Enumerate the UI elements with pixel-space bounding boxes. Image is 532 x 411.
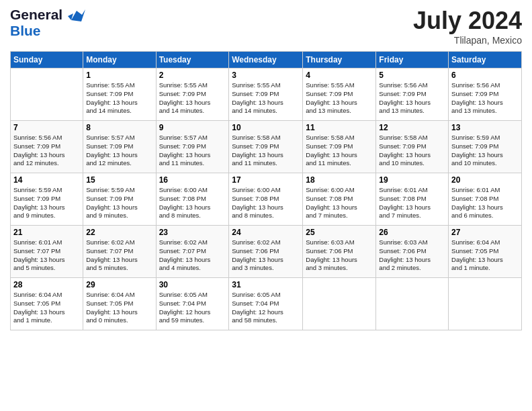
- day-info: Sunrise: 6:01 AMSunset: 7:07 PMDaylight:…: [13, 238, 80, 273]
- calendar-cell: 8Sunrise: 5:57 AMSunset: 7:09 PMDaylight…: [83, 121, 156, 173]
- day-header-monday: Monday: [83, 52, 156, 68]
- calendar-cell: [303, 278, 376, 330]
- week-row-3: 14Sunrise: 5:59 AMSunset: 7:09 PMDayligh…: [11, 173, 522, 226]
- calendar-cell: 29Sunrise: 6:04 AMSunset: 7:05 PMDayligh…: [83, 278, 156, 330]
- day-number: 19: [379, 175, 445, 185]
- calendar-cell: 20Sunrise: 6:01 AMSunset: 7:08 PMDayligh…: [449, 173, 522, 226]
- day-number: 4: [306, 71, 373, 80]
- logo-text-block: General Blue: [10, 7, 85, 39]
- day-number: 15: [86, 175, 152, 185]
- day-info: Sunrise: 6:01 AMSunset: 7:08 PMDaylight:…: [451, 186, 519, 220]
- day-number: 5: [379, 71, 445, 80]
- calendar-cell: 5Sunrise: 5:56 AMSunset: 7:09 PMDaylight…: [376, 68, 449, 121]
- calendar-cell: 10Sunrise: 5:58 AMSunset: 7:09 PMDayligh…: [229, 121, 303, 173]
- day-info: Sunrise: 5:59 AMSunset: 7:09 PMDaylight:…: [13, 186, 80, 220]
- day-number: 29: [86, 280, 152, 289]
- day-info: Sunrise: 5:56 AMSunset: 7:09 PMDaylight:…: [451, 81, 519, 116]
- day-number: 20: [451, 175, 519, 185]
- calendar-cell: [376, 278, 449, 330]
- day-number: 31: [232, 280, 300, 289]
- calendar-cell: [11, 68, 83, 121]
- day-header-tuesday: Tuesday: [156, 52, 229, 68]
- day-info: Sunrise: 5:55 AMSunset: 7:09 PMDaylight:…: [86, 81, 152, 116]
- day-number: 7: [13, 123, 80, 132]
- day-info: Sunrise: 5:55 AMSunset: 7:09 PMDaylight:…: [159, 81, 226, 116]
- day-number: 14: [13, 175, 80, 185]
- calendar-cell: 1Sunrise: 5:55 AMSunset: 7:09 PMDaylight…: [83, 68, 156, 121]
- day-info: Sunrise: 5:56 AMSunset: 7:09 PMDaylight:…: [379, 81, 445, 116]
- calendar-cell: 15Sunrise: 5:59 AMSunset: 7:09 PMDayligh…: [83, 173, 156, 226]
- calendar-cell: 17Sunrise: 6:00 AMSunset: 7:08 PMDayligh…: [229, 173, 303, 226]
- logo-label: General: [10, 7, 85, 23]
- day-number: 16: [159, 175, 226, 185]
- day-number: 17: [232, 175, 300, 185]
- day-info: Sunrise: 6:02 AMSunset: 7:07 PMDaylight:…: [86, 238, 152, 273]
- calendar-cell: 30Sunrise: 6:05 AMSunset: 7:04 PMDayligh…: [156, 278, 229, 330]
- calendar-cell: [449, 278, 522, 330]
- day-info: Sunrise: 6:04 AMSunset: 7:05 PMDaylight:…: [86, 291, 152, 325]
- day-header-thursday: Thursday: [303, 52, 376, 68]
- calendar-cell: 23Sunrise: 6:02 AMSunset: 7:07 PMDayligh…: [156, 226, 229, 278]
- calendar-cell: 2Sunrise: 5:55 AMSunset: 7:09 PMDaylight…: [156, 68, 229, 121]
- day-number: 24: [232, 228, 300, 237]
- day-number: 3: [232, 71, 300, 80]
- location: Tlilapan, Mexico: [413, 35, 522, 46]
- calendar-cell: 9Sunrise: 5:57 AMSunset: 7:09 PMDaylight…: [156, 121, 229, 173]
- day-info: Sunrise: 5:58 AMSunset: 7:09 PMDaylight:…: [306, 134, 373, 168]
- calendar-cell: 16Sunrise: 6:00 AMSunset: 7:08 PMDayligh…: [156, 173, 229, 226]
- calendar-cell: 21Sunrise: 6:01 AMSunset: 7:07 PMDayligh…: [11, 226, 83, 278]
- day-number: 10: [232, 123, 300, 132]
- day-info: Sunrise: 6:00 AMSunset: 7:08 PMDaylight:…: [306, 186, 373, 220]
- calendar-table: SundayMondayTuesdayWednesdayThursdayFrid…: [10, 51, 522, 330]
- day-number: 12: [379, 123, 445, 132]
- day-number: 9: [159, 123, 226, 132]
- day-number: 21: [13, 228, 80, 237]
- title-block: July 2024 Tlilapan, Mexico: [413, 7, 522, 46]
- day-number: 8: [86, 123, 152, 132]
- day-info: Sunrise: 5:58 AMSunset: 7:09 PMDaylight:…: [232, 134, 300, 168]
- day-info: Sunrise: 6:02 AMSunset: 7:07 PMDaylight:…: [159, 238, 226, 273]
- day-info: Sunrise: 5:56 AMSunset: 7:09 PMDaylight:…: [13, 134, 80, 168]
- day-info: Sunrise: 6:03 AMSunset: 7:06 PMDaylight:…: [379, 238, 445, 273]
- day-header-wednesday: Wednesday: [229, 52, 303, 68]
- logo: General Blue: [10, 7, 85, 39]
- day-info: Sunrise: 5:59 AMSunset: 7:09 PMDaylight:…: [86, 186, 152, 220]
- day-info: Sunrise: 5:55 AMSunset: 7:09 PMDaylight:…: [306, 81, 373, 116]
- day-number: 1: [86, 71, 152, 80]
- calendar-cell: 12Sunrise: 5:58 AMSunset: 7:09 PMDayligh…: [376, 121, 449, 173]
- day-header-friday: Friday: [376, 52, 449, 68]
- day-number: 22: [86, 228, 152, 237]
- calendar-cell: 24Sunrise: 6:02 AMSunset: 7:06 PMDayligh…: [229, 226, 303, 278]
- day-number: 6: [451, 71, 519, 80]
- day-info: Sunrise: 5:58 AMSunset: 7:09 PMDaylight:…: [379, 134, 445, 168]
- calendar-cell: 18Sunrise: 6:00 AMSunset: 7:08 PMDayligh…: [303, 173, 376, 226]
- day-info: Sunrise: 5:59 AMSunset: 7:09 PMDaylight:…: [451, 134, 519, 168]
- calendar-cell: 19Sunrise: 6:01 AMSunset: 7:08 PMDayligh…: [376, 173, 449, 226]
- day-info: Sunrise: 5:55 AMSunset: 7:09 PMDaylight:…: [232, 81, 300, 116]
- day-number: 28: [13, 280, 80, 289]
- calendar-cell: 25Sunrise: 6:03 AMSunset: 7:06 PMDayligh…: [303, 226, 376, 278]
- day-number: 26: [379, 228, 445, 237]
- day-number: 30: [159, 280, 226, 289]
- day-number: 27: [451, 228, 519, 237]
- day-info: Sunrise: 6:02 AMSunset: 7:06 PMDaylight:…: [232, 238, 300, 273]
- week-row-4: 21Sunrise: 6:01 AMSunset: 7:07 PMDayligh…: [11, 226, 522, 278]
- day-header-saturday: Saturday: [449, 52, 522, 68]
- header: General Blue July 2024 Tlilapan, Mexico: [10, 7, 522, 46]
- day-info: Sunrise: 5:57 AMSunset: 7:09 PMDaylight:…: [86, 134, 152, 168]
- calendar-cell: 4Sunrise: 5:55 AMSunset: 7:09 PMDaylight…: [303, 68, 376, 121]
- calendar-cell: 27Sunrise: 6:04 AMSunset: 7:05 PMDayligh…: [449, 226, 522, 278]
- calendar-cell: 26Sunrise: 6:03 AMSunset: 7:06 PMDayligh…: [376, 226, 449, 278]
- logo-general: General: [10, 7, 62, 22]
- day-number: 13: [451, 123, 519, 132]
- day-info: Sunrise: 6:05 AMSunset: 7:04 PMDaylight:…: [232, 291, 300, 325]
- day-info: Sunrise: 6:00 AMSunset: 7:08 PMDaylight:…: [232, 186, 300, 220]
- month-year: July 2024: [413, 7, 522, 35]
- calendar-cell: 7Sunrise: 5:56 AMSunset: 7:09 PMDaylight…: [11, 121, 83, 173]
- day-info: Sunrise: 5:57 AMSunset: 7:09 PMDaylight:…: [159, 134, 226, 168]
- calendar-cell: 3Sunrise: 5:55 AMSunset: 7:09 PMDaylight…: [229, 68, 303, 121]
- svg-marker-0: [71, 9, 85, 21]
- week-row-2: 7Sunrise: 5:56 AMSunset: 7:09 PMDaylight…: [11, 121, 522, 173]
- logo-blue: Blue: [10, 23, 85, 38]
- day-info: Sunrise: 6:05 AMSunset: 7:04 PMDaylight:…: [159, 291, 226, 325]
